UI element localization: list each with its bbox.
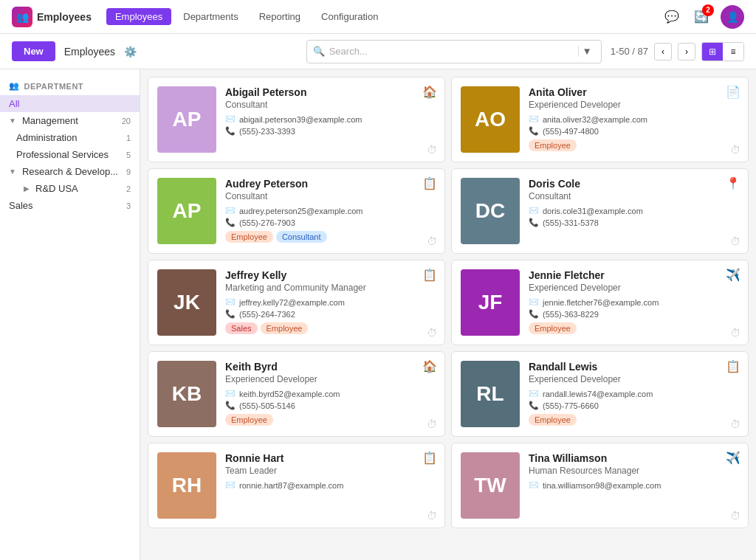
employee-card[interactable]: RH Ronnie Hart Team Leader ✉️ronnie.hart… <box>148 443 445 528</box>
list-view-button[interactable]: ≡ <box>723 43 743 61</box>
employee-avatar: RH <box>157 452 216 519</box>
employee-title: Experienced Developer <box>529 283 739 293</box>
employee-name: Anita Oliver <box>529 86 739 98</box>
employee-info: Jennie Fletcher Experienced Developer ✉️… <box>529 269 739 336</box>
search-input[interactable] <box>329 46 576 57</box>
kanban-view-button[interactable]: ⊞ <box>702 43 723 61</box>
employee-avatar: AP <box>157 178 216 244</box>
activity-icon-btn[interactable]: 🔄 2 <box>691 7 712 27</box>
employee-tag: Sales <box>225 322 258 334</box>
employee-email: ✉️tina.williamson98@example.com <box>529 480 739 490</box>
phone-icon: 📞 <box>225 309 236 319</box>
email-icon: ✉️ <box>529 297 539 307</box>
employee-card[interactable]: JK Jeffrey Kelly Marketing and Community… <box>148 260 445 345</box>
sidebar-item-all[interactable]: All <box>0 95 140 112</box>
employee-title: Team Leader <box>225 466 436 476</box>
settings-icon[interactable]: ⚙️ <box>124 46 137 58</box>
status-icon: 📍 <box>726 176 740 190</box>
employee-name: Jeffrey Kelly <box>225 269 436 281</box>
brand-icon: 👥 <box>12 7 32 27</box>
employee-phone: 📞(555)-331-5378 <box>529 218 739 227</box>
employee-phone: 📞(555)-497-4800 <box>529 126 739 136</box>
clock-icon: ⏱ <box>427 327 437 339</box>
employee-avatar: JK <box>157 269 216 336</box>
breadcrumb-title: Employees <box>64 46 115 58</box>
nav-item-employees[interactable]: Employees <box>106 8 171 25</box>
employee-name: Tina Williamson <box>529 452 739 464</box>
employee-email: ✉️ronnie.hart87@example.com <box>225 480 436 490</box>
sidebar-item-rnd-usa[interactable]: ▶ R&D USA 2 <box>0 180 140 197</box>
sidebar-item-administration[interactable]: Administration 1 <box>0 129 140 146</box>
employee-avatar: AO <box>461 86 520 153</box>
employee-email: ✉️jeffrey.kelly72@example.com <box>225 297 436 307</box>
employee-email: ✉️audrey.peterson25@example.com <box>225 206 436 215</box>
email-icon: ✉️ <box>225 389 236 398</box>
employee-name: Doris Cole <box>529 178 739 190</box>
brand[interactable]: 👥 Employees <box>12 7 92 27</box>
employee-info: Randall Lewis Experienced Developer ✉️ra… <box>529 361 739 427</box>
employee-email: ✉️doris.cole31@example.com <box>529 206 739 215</box>
employee-card[interactable]: TW Tina Williamson Human Resources Manag… <box>451 443 749 528</box>
employee-card[interactable]: KB Keith Byrd Experienced Developer ✉️ke… <box>148 351 445 437</box>
new-button[interactable]: New <box>12 41 55 61</box>
status-icon: 🏠 <box>422 85 437 99</box>
employee-tags: Employee <box>529 139 739 151</box>
toolbar: New Employees ⚙️ 🔍 ▼ 1-50 / 87 ‹ › ⊞ ≡ <box>0 34 756 69</box>
sidebar-item-sales[interactable]: Sales 3 <box>0 197 140 214</box>
pagination-text: 1-50 / 87 <box>611 46 648 57</box>
brand-name: Employees <box>37 11 92 23</box>
employee-tag: Employee <box>261 322 309 334</box>
employee-email: ✉️anita.oliver32@example.com <box>529 114 739 124</box>
employee-tags: Employee <box>529 414 739 426</box>
sidebar-item-research[interactable]: ▼ Research & Develop... 9 <box>0 163 140 180</box>
email-icon: ✉️ <box>529 389 539 398</box>
employee-tags: Employee <box>529 322 739 334</box>
nav-item-reporting[interactable]: Reporting <box>250 8 309 25</box>
employee-tag: Employee <box>529 414 577 426</box>
employee-email: ✉️keith.byrd52@example.com <box>225 389 436 398</box>
phone-icon: 📞 <box>225 218 236 227</box>
employee-info: Tina Williamson Human Resources Manager … <box>529 452 739 519</box>
view-toggle: ⊞ ≡ <box>701 42 744 61</box>
employee-card[interactable]: JF Jennie Fletcher Experienced Developer… <box>451 260 749 345</box>
search-bar: 🔍 ▼ <box>306 40 602 63</box>
employee-card[interactable]: DC Doris Cole Consultant ✉️doris.cole31@… <box>451 168 749 254</box>
email-icon: ✉️ <box>225 114 236 124</box>
employee-name: Ronnie Hart <box>225 452 436 464</box>
next-page-button[interactable]: › <box>678 43 695 61</box>
employee-phone: 📞(555)-505-5146 <box>225 401 436 410</box>
main-content: 👥 DEPARTMENT All ▼ Management 20 Adminis… <box>0 69 756 560</box>
employee-avatar: JF <box>461 269 520 336</box>
employee-card[interactable]: AO Anita Oliver Experienced Developer ✉️… <box>451 77 749 162</box>
employee-title: Consultant <box>225 100 436 110</box>
search-icon: 🔍 <box>313 46 325 57</box>
sidebar-item-professional-services[interactable]: Professional Services 5 <box>0 146 140 163</box>
clock-icon: ⏱ <box>730 235 740 247</box>
email-icon: ✉️ <box>529 206 539 215</box>
employee-card[interactable]: AP Abigail Peterson Consultant ✉️abigail… <box>148 77 445 162</box>
employee-info: Jeffrey Kelly Marketing and Community Ma… <box>225 269 436 336</box>
employee-card[interactable]: RL Randall Lewis Experienced Developer ✉… <box>451 351 749 437</box>
notification-badge: 2 <box>702 4 714 16</box>
user-avatar[interactable]: 👤 <box>721 5 744 29</box>
employee-email: ✉️jennie.fletcher76@example.com <box>529 297 739 307</box>
chat-icon-btn[interactable]: 💬 <box>662 7 682 27</box>
email-icon: ✉️ <box>225 206 236 215</box>
clock-icon: ⏱ <box>427 144 437 156</box>
nav-item-departments[interactable]: Departments <box>174 8 247 25</box>
nav-item-configuration[interactable]: Configuration <box>312 8 387 25</box>
employee-tag: Consultant <box>276 231 327 243</box>
employee-avatar: DC <box>461 178 520 244</box>
employee-grid: AP Abigail Peterson Consultant ✉️abigail… <box>140 69 756 560</box>
sidebar-item-management[interactable]: ▼ Management 20 <box>0 112 140 129</box>
employee-info: Audrey Peterson Consultant ✉️audrey.pete… <box>225 178 436 244</box>
employee-email: ✉️abigail.peterson39@example.com <box>225 114 436 124</box>
employee-phone: 📞(555)-276-7903 <box>225 218 436 227</box>
phone-icon: 📞 <box>529 218 539 227</box>
search-dropdown-button[interactable]: ▼ <box>578 46 594 57</box>
prev-page-button[interactable]: ‹ <box>654 43 672 61</box>
employee-card[interactable]: AP Audrey Peterson Consultant ✉️audrey.p… <box>148 168 445 254</box>
clock-icon: ⏱ <box>730 144 740 156</box>
phone-icon: 📞 <box>529 401 539 410</box>
employee-title: Human Resources Manager <box>529 466 739 476</box>
